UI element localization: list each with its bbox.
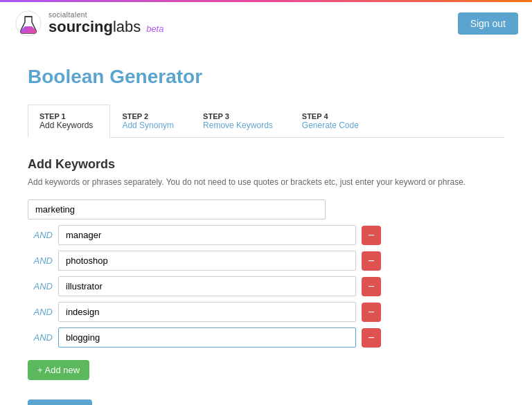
remove-button-1[interactable]: − <box>362 251 381 271</box>
keyword-input-1[interactable] <box>58 251 356 271</box>
keyword-row-4: AND − <box>28 327 504 348</box>
step-2-tab[interactable]: STEP 2 Add Synonym <box>110 105 191 138</box>
logo-text: socialtalent sourcinglabs beta <box>48 11 163 35</box>
section-description: Add keywords or phrases separately. You … <box>28 177 504 187</box>
logo-area: socialtalent sourcinglabs beta <box>14 9 163 38</box>
logo-icon <box>14 9 43 38</box>
svg-point-2 <box>27 27 30 30</box>
and-label-3: AND <box>28 307 53 317</box>
section-title: Add Keywords <box>28 157 504 172</box>
signout-button[interactable]: Sign out <box>458 12 518 35</box>
keyword-row-0: AND − <box>28 225 504 245</box>
step2-button[interactable]: STEP 2 › <box>28 399 92 405</box>
steps-nav: STEP 1 Add Keywords STEP 2 Add Synonym S… <box>28 105 504 138</box>
main-content: Boolean Generator STEP 1 Add Keywords ST… <box>0 45 532 405</box>
keyword-row-1: AND − <box>28 251 504 271</box>
remove-button-2[interactable]: − <box>362 277 381 296</box>
keyword-row-2: AND − <box>28 276 504 296</box>
and-label-2: AND <box>28 281 53 291</box>
svg-point-3 <box>25 30 27 32</box>
keyword-input-4[interactable] <box>58 327 356 348</box>
page-title: Boolean Generator <box>28 66 504 88</box>
first-keyword-input[interactable] <box>28 199 326 219</box>
add-new-button[interactable]: + Add new <box>28 360 89 380</box>
keyword-row-3: AND − <box>28 302 504 322</box>
and-label-1: AND <box>28 255 53 266</box>
remove-button-0[interactable]: − <box>362 226 381 245</box>
keyword-input-0[interactable] <box>58 225 356 245</box>
first-keyword-row <box>28 199 504 219</box>
step-3-tab[interactable]: STEP 3 Remove Keywords <box>191 105 290 138</box>
step-1-tab[interactable]: STEP 1 Add Keywords <box>28 105 110 138</box>
and-label-0: AND <box>28 230 53 240</box>
and-label-4: AND <box>28 332 53 343</box>
keyword-input-3[interactable] <box>58 302 356 322</box>
remove-button-4[interactable]: − <box>362 328 381 348</box>
remove-button-3[interactable]: − <box>362 303 381 322</box>
logo-sourcing-text: sourcinglabs <box>48 18 141 35</box>
keyword-input-2[interactable] <box>58 276 356 296</box>
step-4-tab[interactable]: STEP 4 Generate Code <box>290 105 376 138</box>
header: socialtalent sourcinglabs beta Sign out <box>0 0 532 45</box>
logo-beta-text: beta <box>146 24 163 34</box>
